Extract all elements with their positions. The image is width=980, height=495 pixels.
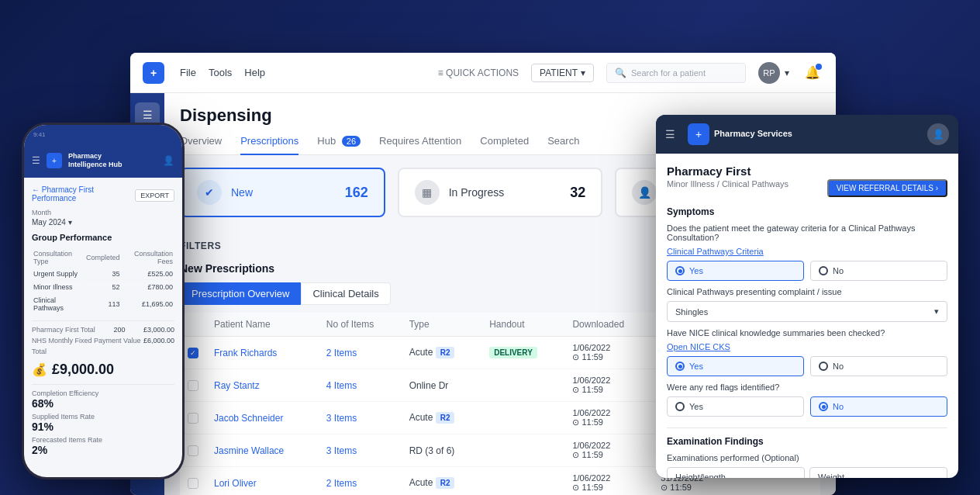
items-link[interactable]: 2 Items [326,478,357,489]
patient-name-link[interactable]: Jacob Schneider [214,413,283,424]
new-label: New [231,186,336,199]
q1-text: Does the patient meet the gateway criter… [667,223,947,242]
q4-yes-option[interactable]: Yes [667,396,804,417]
month-selector[interactable]: May 2024 ▾ [32,218,174,227]
mobile-back-link[interactable]: ← Pharmacy First Performance [32,185,135,202]
mobile-section-title: Group Performance [32,233,174,242]
items-link[interactable]: 4 Items [326,380,357,391]
items-link[interactable]: 3 Items [326,413,357,424]
nice-link[interactable]: Open NICE CKS [667,342,947,351]
patient-name-link[interactable]: Lori Oliver [214,478,257,489]
radio-dot [675,266,685,275]
downloaded-cell: 1/06/2022⊙ 11:59 [564,369,653,402]
search-bar[interactable]: 🔍 Search for a patient [606,63,746,83]
q3-text: Have NICE clinical knowledge summaries b… [667,328,947,338]
tablet-app-name: Pharmacy Services [714,129,792,139]
handout-cell [481,467,564,496]
tablet-user-icon[interactable]: 👤 [927,123,949,145]
mobile-fee-cell: £1,695.00 [122,295,173,314]
patient-name-link[interactable]: Ray Stantz [214,380,260,391]
inprogress-label: In Progress [449,186,561,199]
type-cell: Acute R2 [402,467,482,496]
quick-actions-btn[interactable]: ≡ QUICK ACTIONS [438,68,519,78]
total-label: Total [32,348,47,355]
mobile-status-bar: 9:41 [24,125,182,144]
total-value: £9,000.00 [52,362,114,378]
patient-name-cell: Jasmine Wallace [206,434,319,467]
symptoms-section: Symptoms Does the patient meet the gatew… [667,206,947,417]
mobile-screen: 9:41 ☰ + Pharmacy Intelligence Hub 👤 ← P… [24,125,182,477]
tab-overview[interactable]: Overview [180,135,222,154]
q1-yes-option[interactable]: Yes [667,261,804,281]
q2-label: Clinical Pathways presenting complaint /… [667,287,947,296]
tab-prescription-overview[interactable]: Prescription Overview [180,282,301,305]
status-card-inprogress[interactable]: ▦ In Progress 32 [398,168,603,217]
r2-badge: R2 [436,477,455,489]
patient-name-link[interactable]: Frank Richards [214,348,277,358]
app-logo[interactable]: + [143,62,164,84]
tab-clinical-details[interactable]: Clinical Details [301,282,390,305]
tablet-logo: + Pharmacy Services [688,123,792,145]
downloaded-cell: 1/06/2022⊙ 11:59 [564,467,653,496]
tab-requires-attention[interactable]: Requires Attention [379,135,461,154]
efficiency-value: 68% [32,397,174,410]
nav-file[interactable]: File [180,67,196,78]
checkbox[interactable] [188,380,198,391]
chevron-down-icon: ▾ [785,68,789,78]
checkbox[interactable] [188,445,198,456]
tab-completed[interactable]: Completed [480,135,529,154]
downloaded-cell: 1/06/2022⊙ 11:59 [564,434,653,467]
radio-dot [675,402,685,411]
delivery-badge: DELIVERY [489,347,537,358]
tab-search[interactable]: Search [547,135,579,154]
status-card-new[interactable]: ✔ New 162 [180,168,385,217]
user-menu[interactable]: RP ▾ [758,62,789,84]
downloaded-cell: 1/06/2022⊙ 11:59 [564,402,653,434]
notification-btn[interactable]: 🔔 [802,62,823,84]
mobile-col-fee: Consultation Fees [122,248,173,267]
mobile-table-row: Minor Illness 52 £780.00 [33,282,173,293]
nav-tools[interactable]: Tools [209,67,232,78]
view-referral-btn[interactable]: VIEW REFERRAL DETAILS › [827,179,947,197]
q2-dropdown[interactable]: Shingles ▾ [667,301,947,322]
q1-radio-group: Yes No [667,261,947,281]
q3-no-option[interactable]: No [810,356,947,376]
mobile-device: 9:41 ☰ + Pharmacy Intelligence Hub 👤 ← P… [22,123,185,479]
q3-yes-option[interactable]: Yes [667,356,804,376]
clinical-pathways-link[interactable]: Clinical Pathways Criteria [667,247,947,256]
q1-no-option[interactable]: No [810,261,947,281]
checkbox[interactable] [188,478,198,489]
items-cell: 4 Items [319,369,402,402]
notification-dot [816,64,822,70]
exam-height[interactable]: Height/length [667,467,805,478]
radio-dot [819,266,828,275]
tab-prescriptions[interactable]: Prescriptions [240,135,298,154]
items-link[interactable]: 3 Items [326,445,357,456]
patient-name-link[interactable]: Jasmine Wallace [214,445,284,456]
inprogress-count: 32 [570,185,585,201]
tablet-section-title: Pharmacy First [667,164,947,178]
checkbox[interactable] [188,413,198,424]
patient-btn[interactable]: PATIENT ▾ [531,64,594,82]
handout-cell [481,434,564,467]
chevron-down-icon: ▾ [934,306,939,317]
checkbox[interactable] [188,348,198,358]
mobile-fee-cell: £525.00 [122,268,173,280]
tab-hub[interactable]: Hub 26 [317,135,361,154]
mobile-table-row: Urgent Supply 35 £525.00 [33,268,173,280]
radio-dot [819,362,828,371]
items-link[interactable]: 2 Items [326,348,357,358]
mobile-type-cell: Minor Illness [33,282,85,293]
mobile-completed-cell: 113 [86,295,120,314]
type-cell: RD (3 of 6) [402,434,482,467]
r2-badge: R2 [436,347,455,358]
q4-no-option[interactable]: No [810,396,947,417]
search-icon: 🔍 [615,68,626,78]
nav-help[interactable]: Help [244,67,265,78]
checkbox-cell[interactable] [180,467,206,496]
patient-name-cell: Jacob Schneider [206,402,319,434]
exam-weight[interactable]: Weight [809,467,947,478]
mobile-type-cell: Clinical Pathways [33,295,85,314]
tablet-content: Pharmacy First Minor Illness / Clinical … [656,154,958,478]
mobile-export-btn[interactable]: EXPORT [135,189,174,202]
